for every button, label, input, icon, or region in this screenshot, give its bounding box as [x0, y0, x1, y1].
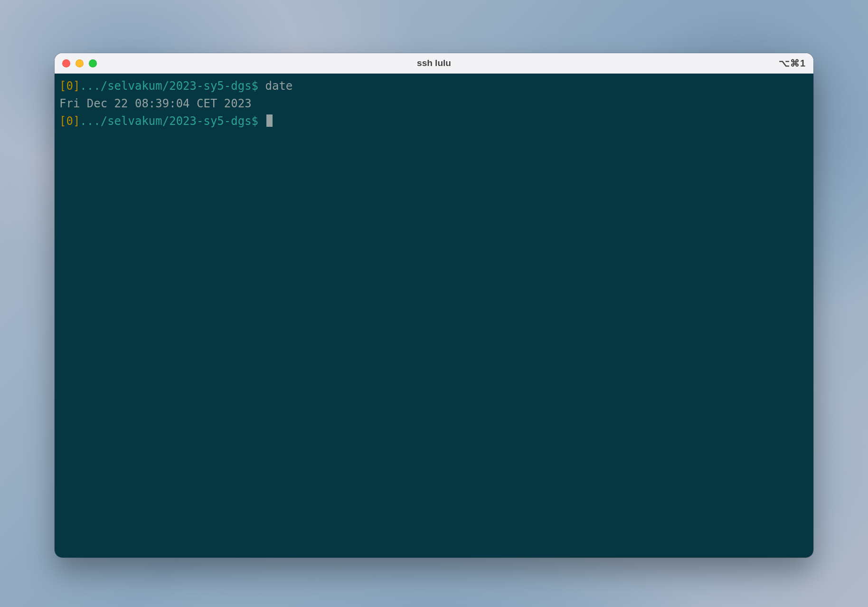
- window-titlebar[interactable]: ssh lulu ⌥⌘1: [55, 53, 813, 74]
- prompt-dollar: $: [252, 79, 258, 93]
- terminal-output-1: Fri Dec 22 08:39:04 CET 2023: [59, 95, 809, 113]
- prompt-path: .../selvakum/2023-sy5-dgs: [80, 79, 251, 93]
- pane-shortcut-indicator: ⌥⌘1: [779, 57, 806, 69]
- traffic-lights: [62, 59, 97, 67]
- prompt-dollar: $: [252, 114, 258, 128]
- minimize-icon[interactable]: [75, 59, 84, 67]
- terminal-line-1: [0].../selvakum/2023-sy5-dgs$ date: [59, 77, 809, 95]
- terminal-cursor: [266, 114, 273, 127]
- window-title: ssh lulu: [55, 58, 813, 68]
- prompt-status: [0]: [59, 114, 80, 128]
- terminal-window[interactable]: ssh lulu ⌥⌘1 [0].../selvakum/2023-sy5-dg…: [55, 53, 813, 558]
- command-text: date: [265, 79, 293, 93]
- zoom-icon[interactable]: [89, 59, 97, 67]
- terminal-line-2: [0].../selvakum/2023-sy5-dgs$: [59, 113, 809, 130]
- desktop-wallpaper: ssh lulu ⌥⌘1 [0].../selvakum/2023-sy5-dg…: [0, 0, 868, 607]
- prompt-path: .../selvakum/2023-sy5-dgs: [80, 114, 251, 128]
- terminal-viewport[interactable]: [0].../selvakum/2023-sy5-dgs$ dateFri De…: [55, 74, 813, 558]
- prompt-status: [0]: [59, 79, 80, 93]
- close-icon[interactable]: [62, 59, 70, 67]
